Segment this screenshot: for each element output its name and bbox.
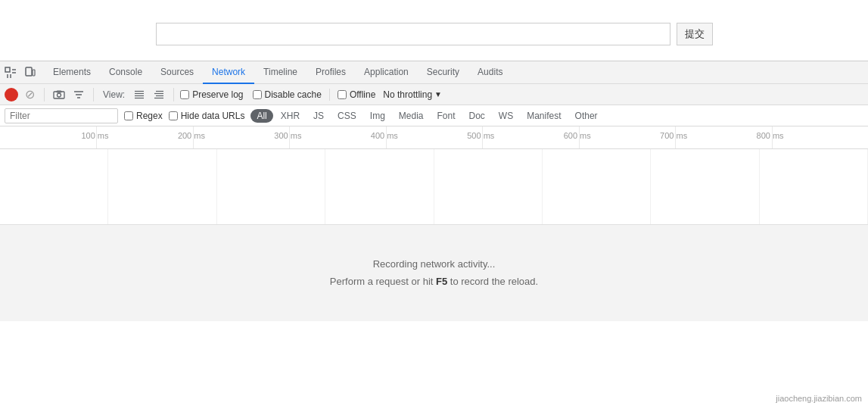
timeline-gridline-7 xyxy=(675,126,676,148)
filter-type-xhr[interactable]: XHR xyxy=(275,109,306,123)
tab-security[interactable]: Security xyxy=(418,61,468,84)
regex-checkbox[interactable] xyxy=(124,111,133,120)
inspect-icon[interactable] xyxy=(3,65,18,80)
grid-col-7 xyxy=(651,149,759,224)
group-view-button[interactable] xyxy=(151,86,167,103)
filter-type-img[interactable]: Img xyxy=(364,109,391,123)
timeline-tick-1: 100 ms xyxy=(81,131,108,140)
timeline-tick-6: 600 ms xyxy=(564,131,591,140)
offline-label[interactable]: Offline xyxy=(338,89,375,100)
timeline-tick-7: 700 ms xyxy=(660,131,687,140)
hide-data-urls-label[interactable]: Hide data URLs xyxy=(169,111,245,121)
preserve-log-label[interactable]: Preserve log xyxy=(180,89,243,100)
svg-rect-5 xyxy=(26,67,32,76)
status-line2: Perform a request or hit F5 to record th… xyxy=(330,273,538,290)
disable-cache-label[interactable]: Disable cache xyxy=(253,89,322,100)
svg-point-8 xyxy=(58,93,61,97)
filter-type-js[interactable]: JS xyxy=(307,109,330,123)
timeline-header: 100 ms200 ms300 ms400 ms500 ms600 ms700 … xyxy=(0,126,868,149)
timeline-gridline-5 xyxy=(482,126,483,148)
view-label: View: xyxy=(103,89,125,100)
grid-col-1 xyxy=(0,149,108,224)
grid-lines xyxy=(0,149,868,224)
separator-1 xyxy=(44,88,45,101)
grid-col-2 xyxy=(108,149,216,224)
filter-type-css[interactable]: CSS xyxy=(331,109,362,123)
hide-data-urls-checkbox[interactable] xyxy=(169,111,178,120)
search-input[interactable] xyxy=(156,23,670,45)
status-message: Recording network activity... Perform a … xyxy=(0,225,868,321)
preserve-log-checkbox[interactable] xyxy=(180,90,189,99)
record-button[interactable] xyxy=(5,88,18,101)
tab-console[interactable]: Console xyxy=(100,61,151,84)
filter-row: Regex Hide data URLs AllXHRJSCSSImgMedia… xyxy=(0,105,868,126)
filter-type-all[interactable]: All xyxy=(250,109,272,123)
filter-input[interactable] xyxy=(5,108,118,123)
filter-type-other[interactable]: Other xyxy=(569,109,604,123)
timeline-tick-4: 400 ms xyxy=(371,131,398,140)
tab-elements[interactable]: Elements xyxy=(44,61,100,84)
svg-rect-0 xyxy=(5,67,10,72)
grid-col-6 xyxy=(543,149,651,224)
tab-sources[interactable]: Sources xyxy=(151,61,203,84)
tab-profiles[interactable]: Profiles xyxy=(306,61,355,84)
offline-separator xyxy=(329,89,330,101)
toolbar-row: ⊘ View: xyxy=(0,84,868,105)
timeline-gridline-4 xyxy=(386,126,387,148)
timeline-tick-3: 300 ms xyxy=(274,131,301,140)
search-button[interactable]: 提交 xyxy=(677,23,713,45)
offline-checkbox[interactable] xyxy=(338,90,347,99)
timeline-tick-5: 500 ms xyxy=(467,131,494,140)
tab-application[interactable]: Application xyxy=(355,61,418,84)
svg-rect-6 xyxy=(33,70,35,76)
regex-label[interactable]: Regex xyxy=(124,111,163,121)
timeline-tick-2: 200 ms xyxy=(178,131,205,140)
grid-col-3 xyxy=(217,149,325,224)
devtools-panel: Elements Console Sources Network Timelin… xyxy=(0,61,868,321)
grid-col-8 xyxy=(760,149,868,224)
separator-3 xyxy=(173,88,174,101)
throttle-label: No throttling xyxy=(383,89,432,100)
grid-col-5 xyxy=(434,149,543,224)
timeline-gridline-3 xyxy=(289,126,290,148)
network-content xyxy=(0,149,868,225)
filter-button[interactable] xyxy=(70,86,87,103)
tab-timeline[interactable]: Timeline xyxy=(254,61,306,84)
status-line1: Recording network activity... xyxy=(373,255,496,273)
filter-type-doc[interactable]: Doc xyxy=(463,109,491,123)
timeline-gridline-8 xyxy=(772,126,773,148)
list-view-button[interactable] xyxy=(131,86,148,103)
throttle-selector[interactable]: No throttling ▼ xyxy=(383,89,442,100)
timeline-gridline-1 xyxy=(96,126,97,148)
timeline-gridline-6 xyxy=(579,126,580,148)
disable-cache-checkbox[interactable] xyxy=(253,90,262,99)
filter-types: AllXHRJSCSSImgMediaFontDocWSManifestOthe… xyxy=(250,109,603,123)
device-icon[interactable] xyxy=(23,65,38,80)
tab-network[interactable]: Network xyxy=(203,61,254,84)
timeline-gridline-2 xyxy=(193,126,194,148)
tab-bar: Elements Console Sources Network Timelin… xyxy=(0,61,868,84)
filter-type-font[interactable]: Font xyxy=(431,109,462,123)
filter-type-ws[interactable]: WS xyxy=(493,109,519,123)
tab-audits[interactable]: Audits xyxy=(468,61,512,84)
grid-col-4 xyxy=(325,149,434,224)
throttle-arrow-icon: ▼ xyxy=(434,90,442,98)
tab-toolbar-left xyxy=(3,65,38,80)
separator-2 xyxy=(93,88,94,101)
search-area: 提交 xyxy=(0,0,868,61)
clear-button[interactable]: ⊘ xyxy=(21,86,38,103)
filter-type-media[interactable]: Media xyxy=(393,109,430,123)
watermark: jiaocheng.jiazibian.com xyxy=(776,394,862,403)
filter-type-manifest[interactable]: Manifest xyxy=(521,109,567,123)
screenshot-button[interactable] xyxy=(51,86,67,103)
timeline-tick-8: 800 ms xyxy=(757,131,784,140)
